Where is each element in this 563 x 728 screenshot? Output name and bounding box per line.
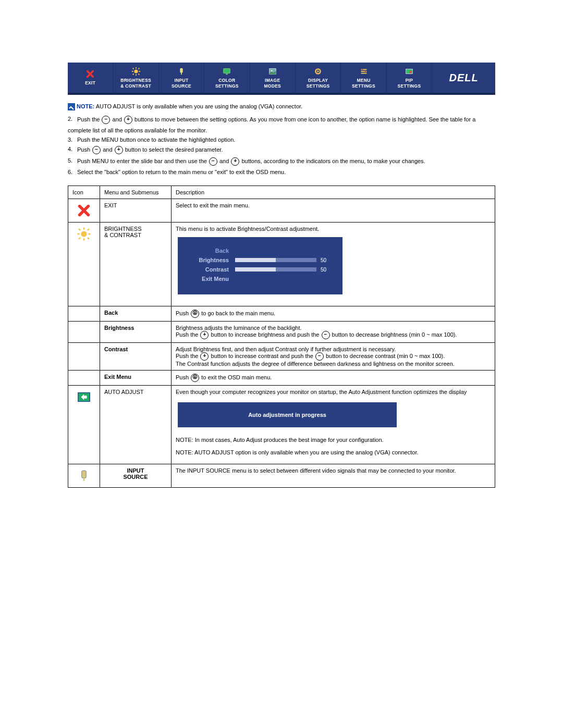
svg-rect-11 [224,69,230,73]
step-text: and [218,158,230,164]
cell-desc: The INPUT SOURCE menu is to select betwe… [172,464,495,488]
svg-point-25 [81,231,87,237]
svg-rect-36 [83,478,85,481]
osd-label-2: SOURCE [172,83,191,89]
auto-adjust-banner: Auto adjustment in progress [178,402,397,427]
sub-label: Back [100,306,172,322]
exit-icon [85,69,95,79]
cell-desc: Even though your computer recognizes you… [172,386,495,464]
osd-label-2: SETTINGS [215,83,239,89]
cell-menu-line2: & CONTRAST [104,232,141,238]
cell-menu-line1: BRIGHTNESS [104,226,142,232]
svg-rect-18 [361,71,366,72]
connector-icon [176,67,187,76]
step-number: 4. [68,146,72,152]
panel-brightness-label: Brightness [187,257,229,263]
sub-label: Brightness [100,322,172,343]
table-row-brightness-exitmenu: Exit Menu Push ⦿ to exit the OSD main me… [68,371,495,386]
note-text: AUTO ADJUST is only available when you a… [94,103,302,109]
step-4: 4. Push − and + button to select the des… [68,146,495,154]
step-number: 2. [68,116,72,122]
osd-item-menu: MENU SETTINGS [341,63,386,93]
table-row-brightness-contrast: Contrast Adjust Brightness first, and th… [68,343,495,371]
svg-rect-19 [361,73,366,74]
gear-icon [313,67,323,76]
osd-label-2: SETTINGS [397,83,421,89]
menu-button-icon: ⦿ [191,310,199,318]
auto-note-2: NOTE: AUTO ADJUST option is only availab… [176,449,491,455]
connector-icon [77,468,91,483]
osd-item-image: IMAGE MODES [250,63,296,93]
monitor-icon [222,67,232,76]
text: button to increase brightness and push t… [209,331,321,338]
plus-button-icon: + [124,116,132,124]
svg-point-16 [317,71,319,73]
cell-menu-line2: SOURCE [123,474,148,480]
brightness-contrast-panel: Back Brightness 50 Contrast 50 Exit Menu [178,237,342,294]
osd-item-display: DISPLAY SETTINGS [296,63,341,93]
sliders-icon [359,67,369,76]
auto-note-1: NOTE: In most cases, Auto Adjust produce… [176,437,491,443]
text: button to decrease brightness (min 0 ~ m… [331,331,457,338]
osd-item-color: COLOR SETTINGS [204,63,250,93]
plus-button-icon: + [115,146,123,154]
step-text: and [101,146,114,153]
step-3: 3. Push the MENU button once to activate… [68,137,495,143]
note-icon [68,103,75,110]
text: Adjust Brightness first, and then adjust… [176,346,491,352]
svg-line-5 [132,68,133,69]
svg-rect-12 [226,74,228,75]
osd-navbar: EXIT BRIGHTNESS & CONTRAST INPUT SOURCE … [68,63,495,95]
menu-button-icon: ⦿ [191,374,199,382]
svg-rect-35 [82,471,86,478]
osd-item-brightness: BRIGHTNESS & CONTRAST [113,63,158,93]
contrast-value: 50 [321,267,333,273]
svg-line-31 [88,238,89,239]
step-6: 6. Select the "back" option to return to… [68,169,495,175]
osd-label: DISPLAY [308,78,328,83]
panel-back: Back [187,248,229,254]
table-row-exit: EXIT Select to exit the main menu. [68,199,495,223]
logo-text: DELL [449,71,478,84]
text: Push [176,374,190,380]
svg-point-0 [134,70,138,73]
step-text: buttons to move between the setting opti… [133,116,475,122]
minus-button-icon: − [92,146,101,154]
exit-icon [77,203,91,218]
cell-menu: BRIGHTNESS & CONTRAST [100,223,172,306]
minus-button-icon: − [209,157,217,166]
cell-menu: EXIT [100,199,172,223]
cell-menu-line1: INPUT [127,467,144,474]
minus-button-icon: − [315,352,324,361]
table-row-auto-adjust: AUTO ADJUST Even though your computer re… [68,386,495,464]
osd-label: COLOR [218,78,235,83]
th-menu: Menu and Submenus [100,186,172,199]
osd-label-2: SETTINGS [307,83,330,89]
osd-item-pip: PIP SETTINGS [387,63,432,93]
svg-rect-23 [409,71,412,73]
svg-line-33 [79,238,80,239]
osd-label-2: SETTINGS [352,83,375,89]
text: button to decrease contrast (min 0 ~ max… [324,353,445,359]
svg-line-6 [138,74,139,75]
auto-adjust-icon [77,390,91,404]
text: to go back to the main menu. [200,310,275,316]
sub-desc: Adjust Brightness first, and then adjust… [172,343,495,371]
table-row-input-source: INPUT SOURCE The INPUT SOURCE menu is to… [68,464,495,488]
cell-desc: This menu is to activate Brightness/Cont… [172,223,495,306]
note-auto-adjust: NOTE: AUTO ADJUST is only available when… [68,103,495,110]
text: button to increase contrast and push the [209,353,314,359]
contrast-slider [235,267,316,272]
svg-line-30 [79,229,80,230]
picture-icon [267,67,278,76]
step-2-cont: complete list of all the options availab… [68,127,495,133]
step-2: 2. Push the − and + buttons to move betw… [68,116,495,124]
table-row-brightness-brightness: Brightness Brightness adjusts the lumina… [68,322,495,343]
svg-rect-10 [181,73,182,75]
svg-rect-21 [364,71,365,73]
table-row-brightness: BRIGHTNESS & CONTRAST This menu is to ac… [68,223,495,306]
dell-logo: DELL [432,63,495,93]
sun-icon [131,67,141,76]
osd-label: MENU [357,78,370,83]
plus-button-icon: + [200,331,209,339]
